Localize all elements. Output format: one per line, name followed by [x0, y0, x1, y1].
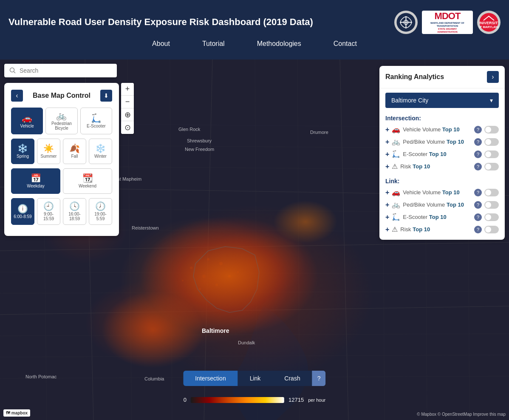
time-evening-button[interactable]: 🕖 19:00-5:59: [89, 198, 112, 225]
tab-crash[interactable]: Crash: [272, 371, 312, 386]
map-label-dundalk: Dundalk: [238, 340, 255, 345]
time-afternoon-button[interactable]: 🕓 16:00-18:59: [63, 198, 86, 225]
svg-line-17: [0, 272, 509, 274]
mode-pedestrian-button[interactable]: 🚲 Pedestrian Bicycle: [45, 108, 77, 134]
toggle-int-escooter[interactable]: [484, 150, 499, 158]
bike-icon-link: 🚲: [392, 201, 400, 209]
nav-about[interactable]: About: [149, 38, 173, 49]
panel-download-button[interactable]: ⬇: [100, 90, 112, 102]
ranking-header: Ranking Analytics ›: [379, 66, 505, 88]
svg-point-37: [228, 275, 231, 278]
search-input[interactable]: [20, 67, 112, 74]
link-section-label: Link:: [379, 175, 505, 186]
svg-text:UNIVERSITY: UNIVERSITY: [479, 21, 498, 25]
season-summer-button[interactable]: ☀️ Summer: [37, 139, 60, 164]
zoom-extent-button[interactable]: ⊙: [121, 121, 134, 134]
day-weekend-button[interactable]: 📆 Weekend: [63, 168, 112, 194]
nav-tutorial[interactable]: Tutorial: [199, 38, 228, 49]
chevron-right-icon: ›: [492, 73, 494, 81]
row-text-link-risk: Risk Top 10: [400, 226, 472, 233]
help-button-int-escooter[interactable]: ?: [474, 150, 482, 158]
zoom-in-button[interactable]: +: [121, 83, 134, 96]
day-button-group: 📅 Weekday 📆 Weekend: [11, 168, 112, 194]
panel-title: Base Map Control: [23, 92, 100, 99]
svg-text:OF MARYLAND: OF MARYLAND: [479, 26, 498, 28]
legend-unit: per hour: [308, 397, 325, 403]
zoom-controls: + − ⊕ ⊙: [121, 83, 134, 134]
download-icon: ⬇: [104, 92, 109, 99]
svg-point-32: [204, 230, 306, 298]
chevron-left-icon: ‹: [16, 92, 18, 99]
fhwa-logo: [394, 11, 418, 34]
plus-button-link-escooter[interactable]: +: [385, 213, 389, 221]
time-morning-button[interactable]: 🕕 6:00-8:59: [11, 198, 34, 225]
map-container[interactable]: Hanover Glen Rock Drumore Shrewsbury New…: [0, 60, 509, 420]
svg-point-43: [10, 68, 14, 72]
toggle-int-risk[interactable]: [484, 163, 499, 170]
row-text-int-risk: Risk Top 10: [400, 163, 472, 170]
time-midday-button[interactable]: 🕘 9:00-15:59: [37, 198, 60, 225]
mode-escooter-button[interactable]: 🛴 E-Scooter: [80, 108, 112, 134]
season-button-group: ❄️ Spring ☀️ Summer 🍂 Fall ❄️ Winter: [11, 139, 112, 164]
weekday-icon: 📅: [31, 174, 41, 182]
season-fall-button[interactable]: 🍂 Fall: [63, 139, 86, 164]
svg-line-8: [0, 306, 509, 315]
toggle-int-pedbike[interactable]: [484, 138, 499, 146]
legend-bar: 0 12715 per hour: [184, 397, 325, 403]
tab-intersection[interactable]: Intersection: [183, 371, 238, 386]
svg-point-31: [85, 281, 212, 366]
ranking-row-link-pedbike: + 🚲 Ped/Bike Volume Top 10 ?: [379, 199, 505, 211]
zoom-out-button[interactable]: −: [121, 96, 134, 108]
tab-link[interactable]: Link: [238, 371, 273, 386]
panel-back-button[interactable]: ‹: [11, 90, 23, 102]
time-button-group: 🕕 6:00-8:59 🕘 9:00-15:59 🕓 16:00-18:59 🕖…: [11, 198, 112, 225]
help-button-int-vehicle[interactable]: ?: [474, 126, 482, 133]
toggle-link-risk[interactable]: [484, 226, 499, 233]
help-button-link-vehicle[interactable]: ?: [474, 189, 482, 196]
toggle-link-pedbike[interactable]: [484, 201, 499, 209]
toggle-link-escooter[interactable]: [484, 213, 499, 221]
season-winter-button[interactable]: ❄️ Winter: [89, 139, 112, 164]
day-weekday-button[interactable]: 📅 Weekday: [11, 168, 60, 194]
legend-max: 12715: [288, 397, 304, 403]
help-button-link-pedbike[interactable]: ?: [474, 201, 482, 209]
plus-button-link-risk[interactable]: +: [385, 226, 389, 233]
plus-button-link-vehicle[interactable]: +: [385, 189, 389, 196]
help-button-int-pedbike[interactable]: ?: [474, 138, 482, 146]
help-button-link-risk[interactable]: ?: [474, 226, 482, 233]
ranking-row-intersection-pedbike: + 🚲 Ped/Bike Volume Top 10 ?: [379, 136, 505, 148]
toggle-link-vehicle[interactable]: [484, 189, 499, 196]
help-button-int-risk[interactable]: ?: [474, 163, 482, 170]
winter-icon: ❄️: [95, 144, 106, 153]
map-label-shrewsbury: Shrewsbury: [187, 138, 212, 143]
umd-logo: UNIVERSITY OF MARYLAND: [477, 11, 501, 34]
evening-icon: 🕖: [95, 202, 106, 210]
nav-methodologies[interactable]: Methodologies: [254, 38, 305, 49]
svg-line-25: [255, 60, 257, 420]
midday-icon: 🕘: [43, 202, 54, 210]
plus-button-int-escooter[interactable]: +: [385, 150, 389, 158]
plus-button-int-vehicle[interactable]: +: [385, 126, 389, 133]
city-dropdown[interactable]: Baltimore City ▾: [385, 93, 499, 108]
plus-button-int-pedbike[interactable]: +: [385, 138, 389, 146]
plus-button-link-pedbike[interactable]: +: [385, 201, 389, 209]
svg-line-26: [297, 60, 300, 420]
ranking-row-link-risk: + ⚠ Risk Top 10 ?: [379, 223, 505, 236]
svg-point-38: [219, 262, 223, 265]
legend-min: 0: [184, 397, 187, 403]
mode-button-group: 🚗 Vehicle 🚲 Pedestrian Bicycle 🛴 E-Scoot…: [11, 108, 112, 134]
plus-button-int-risk[interactable]: +: [385, 163, 389, 170]
fall-icon: 🍂: [69, 144, 80, 153]
bottom-tabs: Intersection Link Crash ?: [183, 371, 325, 386]
season-spring-button[interactable]: ❄️ Spring: [11, 139, 34, 164]
mode-vehicle-button[interactable]: 🚗 Vehicle: [11, 108, 43, 134]
toggle-int-vehicle[interactable]: [484, 126, 499, 133]
tab-help-button[interactable]: ?: [312, 371, 326, 386]
svg-line-19: [0, 334, 509, 336]
ranking-next-button[interactable]: ›: [487, 71, 499, 83]
compass-button[interactable]: ⊕: [121, 108, 134, 121]
nav-contact[interactable]: Contact: [330, 38, 360, 49]
help-button-link-escooter[interactable]: ?: [474, 213, 482, 221]
spring-icon: ❄️: [17, 144, 28, 153]
svg-line-18: [0, 291, 509, 293]
